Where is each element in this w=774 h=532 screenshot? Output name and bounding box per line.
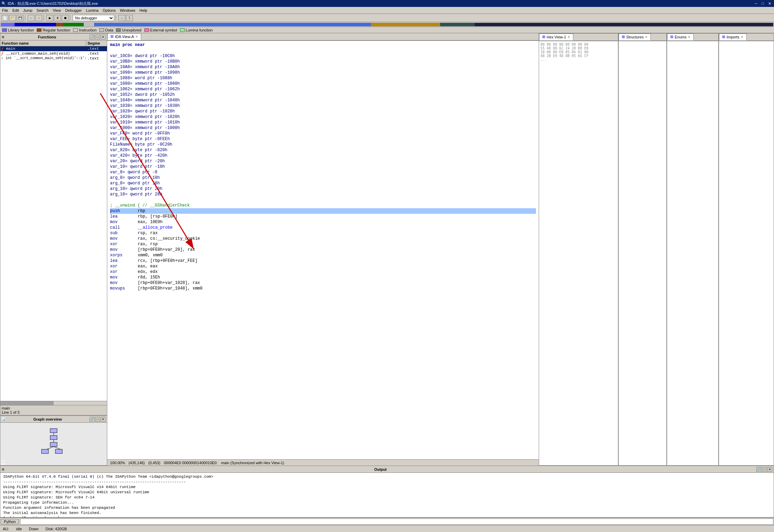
hex-content[interactable]: 00 00 00 00 00 00 00 0055 48 8D 6C 24 20… [539, 41, 618, 465]
func-row-main[interactable]: 𝒇 main .text [0, 46, 107, 51]
code-call-1[interactable]: call __alloca_probe [110, 225, 536, 230]
functions-current: main [2, 406, 106, 410]
functions-scroll-thumb[interactable] [0, 401, 54, 405]
graph-viewport-indicator: □ [1, 460, 5, 465]
toolbar-stop[interactable]: ⏹ [62, 15, 69, 21]
maximize-button[interactable]: □ [760, 1, 765, 6]
op-mov-1: eax, 10E0h [138, 219, 163, 225]
struct-tab-close[interactable]: ✕ [645, 35, 648, 39]
legend-data: Data [99, 28, 113, 32]
tab-ida-view[interactable]: ⊞ IDA View-A ✕ [107, 33, 141, 40]
toolbar-pause[interactable]: ⏸ [54, 15, 61, 21]
code-xor-2[interactable]: xor eax, eax [110, 264, 536, 269]
func-row-scrt-main[interactable]: 𝒇 __scrt_common_main_seh(void) .text [0, 51, 107, 56]
tab-enums[interactable]: ⊞ Enums ✕ [667, 34, 694, 40]
legend-unexplored-color [116, 28, 121, 32]
status-bar: AU: idle Down Disk: 420GB [0, 525, 774, 532]
tab-ida-view-close[interactable]: ✕ [135, 35, 138, 38]
code-mov-4[interactable]: mov r8d, 15Eh [110, 275, 536, 280]
legend-library-label: Library function [8, 28, 34, 32]
output-float-btn[interactable]: □ [762, 467, 767, 472]
hex-tab-close[interactable]: ✕ [567, 35, 570, 39]
code-var-1000: var_1000= xmmword ptr -1000h [110, 125, 536, 131]
debugger-selector[interactable]: No debugger [73, 15, 114, 21]
code-mov-5[interactable]: mov [rbp+0FE0h+var_1028], rax [110, 280, 536, 286]
menu-search[interactable]: Search [35, 8, 51, 13]
toolbar-new[interactable]: 📄 [1, 15, 8, 21]
segment-bar [0, 22, 774, 27]
hex-tabs-bar: ⊞ Hex View-1 ✕ [539, 34, 618, 41]
code-xor-1[interactable]: xor rax, rsp [110, 241, 536, 247]
menu-jump[interactable]: Jump [21, 8, 35, 13]
code-xorps-1[interactable]: xorps xmm0, xmm0 [110, 253, 536, 258]
legend-data-label: Data [105, 28, 113, 32]
output-link-btn[interactable]: 🔗 [756, 467, 761, 472]
legend-lumina: Lumina function [180, 28, 213, 32]
code-blank-2 [110, 197, 536, 203]
imports-tab-close[interactable]: ✕ [741, 35, 744, 39]
code-mov-3[interactable]: mov [rbp+0FE0h+var_20], rax [110, 247, 536, 253]
minimize-button[interactable]: ─ [754, 1, 759, 6]
seg-more [440, 23, 475, 26]
functions-scrollbar[interactable] [0, 401, 107, 405]
toolbar-forward[interactable]: → [35, 15, 42, 21]
functions-float-btn[interactable]: □ [95, 35, 100, 39]
graph-link-btn[interactable]: 🔗 [90, 417, 94, 422]
status-disk: Disk: 420GB [46, 527, 67, 531]
toolbar-step-into[interactable]: ↓ [118, 15, 125, 21]
graph-float-btn[interactable]: □ [95, 417, 100, 422]
toolbar-open[interactable]: 📂 [9, 15, 16, 21]
functions-close-btn[interactable]: ✕ [101, 35, 106, 39]
python-input[interactable] [20, 519, 773, 525]
code-mov-1[interactable]: mov eax, 10E0h [110, 219, 536, 225]
seg-regular [56, 23, 63, 26]
menu-debugger[interactable]: Debugger [63, 8, 84, 13]
coord-coords: (435,146) [128, 461, 145, 465]
toolbar-back[interactable]: ← [28, 15, 35, 21]
legend-external-label: External symbol [150, 28, 177, 32]
code-mov-2[interactable]: mov rax, cs:__security_cookie [110, 236, 536, 241]
menu-help[interactable]: Help [137, 8, 149, 13]
mnem-sub-1: sub [110, 230, 138, 236]
toolbar-run[interactable]: ▶ [46, 15, 53, 21]
legend-external: External symbol [144, 28, 177, 32]
code-lea-2[interactable]: lea rcx, [rbp+0FE0h+var_FEE] [110, 258, 536, 264]
tab-structures[interactable]: ⊞ Structures ✕ [619, 34, 651, 40]
code-var-10A8: var_10A8= xmmword ptr -10A8h [110, 64, 536, 70]
output-close-btn[interactable]: ✕ [767, 467, 772, 472]
menu-windows[interactable]: Windows [118, 8, 137, 13]
output-content[interactable]: IDAPython 64-bit V7.4.0 final (serial 0)… [0, 473, 774, 517]
menu-lumina[interactable]: Lumina [84, 8, 100, 13]
graph-close-btn[interactable]: ✕ [101, 417, 106, 422]
functions-link-btn[interactable]: 🔗 [90, 35, 94, 39]
structures-content[interactable] [619, 41, 666, 465]
menu-edit[interactable]: Edit [10, 8, 21, 13]
seg-rest [475, 23, 773, 26]
code-lea-1[interactable]: lea rbp, [rsp-0FE0h] [110, 214, 536, 219]
code-xor-3[interactable]: xor edx, edx [110, 269, 536, 275]
toolbar-step-over[interactable]: ⤵ [126, 15, 133, 21]
imports-icon: ⊞ [722, 35, 725, 39]
comment-unwind: ; __unwind { // __GSHandlerCheck [110, 203, 190, 208]
enums-content[interactable] [667, 41, 718, 465]
imports-panel: ⊞ Imports ✕ [719, 33, 774, 466]
menu-file[interactable]: File [0, 8, 10, 13]
tab-hex-view[interactable]: ⊞ Hex View-1 ✕ [539, 34, 573, 40]
code-push[interactable]: push rbp [110, 208, 536, 214]
graph-canvas[interactable]: □ [0, 423, 107, 465]
tab-imports[interactable]: ⊞ Imports ✕ [719, 34, 747, 40]
seg-unexplored [84, 23, 94, 26]
close-button[interactable]: ✕ [767, 1, 773, 6]
enums-tab-close[interactable]: ✕ [688, 35, 691, 39]
func-row-scrt-fil[interactable]: 𝒊 int `__scrt_common_main_seh(void)'::1'… [0, 56, 107, 61]
menu-options[interactable]: Options [101, 8, 118, 13]
proc-header-text: main proc near [110, 42, 145, 48]
imports-content[interactable] [719, 41, 774, 465]
menu-view[interactable]: View [51, 8, 63, 13]
toolbar-save[interactable]: 💾 [17, 15, 24, 21]
tabs-bar: ⊞ IDA View-A ✕ [107, 33, 539, 41]
python-button[interactable]: Python [1, 519, 19, 524]
code-movups-1[interactable]: movups [rbp+0FE0h+var_1048], xmm0 [110, 286, 536, 291]
ida-code-view[interactable]: main proc near var_10C0= dword ptr -10C0… [107, 41, 539, 459]
code-sub-1[interactable]: sub rsp, rax [110, 230, 536, 236]
